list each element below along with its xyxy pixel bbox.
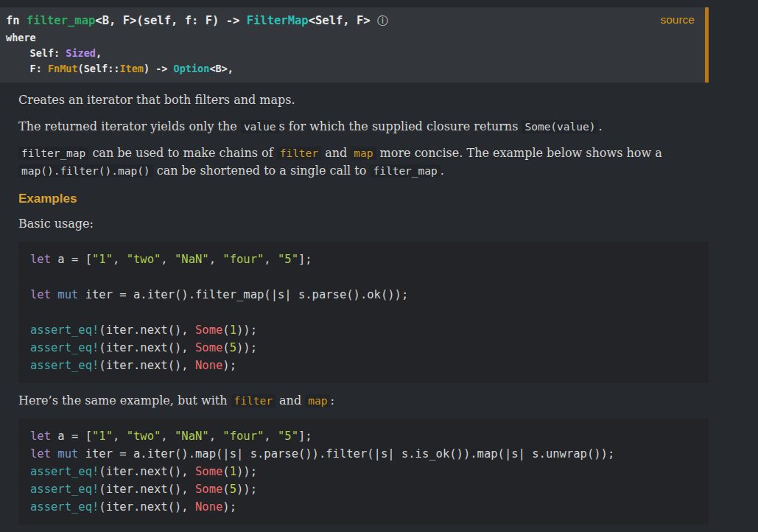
text-token: iter = a.iter().map(|s| s.parse()).filte… (78, 447, 614, 461)
text-token: Some (195, 465, 222, 478)
text-token: let (30, 447, 51, 461)
doc-paragraph-usage: filter_map can be used to make chains of… (18, 144, 709, 180)
text-token: s for which the supplied closure returns (279, 119, 522, 133)
text-token: "5" (278, 430, 298, 443)
text-token: 5 (230, 483, 236, 496)
text-token: ( (222, 465, 229, 478)
text-token: "NaN" (175, 430, 209, 443)
text-token: let (30, 288, 51, 301)
text-token: )); (236, 465, 257, 478)
type-link[interactable]: Item (119, 63, 144, 74)
examples-heading[interactable]: Examples (18, 192, 709, 206)
text-token: ( (222, 341, 229, 354)
text-token: , (161, 430, 175, 443)
text-token: filter_map (27, 14, 95, 27)
text-token: . (598, 119, 602, 133)
basic-usage-label: Basic usage: (18, 215, 709, 233)
notable-traits-icon[interactable]: ⓘ (377, 14, 388, 27)
text-token: filter_map (18, 147, 88, 160)
inline-code-link[interactable]: filter (231, 394, 276, 407)
text-token: The returned iterator yields only the (18, 119, 241, 133)
text-token: "two" (127, 253, 161, 266)
text-token: Basic usage: (18, 217, 94, 231)
text-token: Some (195, 323, 222, 337)
text-token: a = [ (51, 430, 92, 443)
type-link[interactable]: FilterMap (247, 14, 309, 27)
type-link[interactable]: FnMut (48, 63, 78, 74)
text-token: ) -> (144, 63, 174, 74)
text-token: Some (195, 341, 222, 354)
text-token: let (30, 430, 51, 443)
type-link[interactable]: Sized (66, 47, 96, 59)
text-token: let (30, 253, 51, 266)
text-token: can be shortened to a single call to (153, 164, 371, 178)
text-token: and (321, 146, 351, 160)
signature-where-bound-self: Self: Sized, (6, 46, 699, 61)
text-token: (iter.next(), (99, 323, 195, 337)
text-token: "1" (92, 253, 113, 266)
code-line: assert_eq!(iter.next(), None); (30, 498, 697, 516)
text-token: fn (6, 14, 27, 27)
text-token: , (161, 253, 175, 266)
text-token: None (195, 500, 222, 514)
text-token: Some (195, 483, 222, 496)
code-line: assert_eq!(iter.next(), Some(5)); (30, 480, 697, 498)
text-token: mut (57, 447, 78, 461)
doc-block: Creates an iterator that both filters an… (18, 91, 709, 525)
text-token: Some(value) (522, 120, 598, 133)
inline-code-link[interactable]: map (351, 147, 376, 160)
text-token: "NaN" (175, 253, 209, 266)
text-token: Self: (6, 47, 66, 59)
text-token: None (195, 359, 222, 372)
code-line (30, 268, 697, 286)
text-token: "1" (92, 430, 113, 443)
text-token: <Self, F> (309, 14, 377, 27)
code-example-map-filter-map: let a = ["1", "two", "NaN", "four", "5"]… (18, 419, 709, 525)
text-token: <B>, (209, 63, 234, 74)
text-token: )); (236, 483, 257, 496)
text-token (51, 447, 57, 461)
source-link[interactable]: source (660, 13, 695, 27)
text-token: "four" (222, 430, 264, 443)
text-token: (iter.next(), (99, 500, 195, 514)
text-token: ); (222, 359, 236, 372)
doc-paragraph-returns: The returned iterator yields only the va… (18, 118, 709, 136)
text-token: Here’s the same example, but with (18, 393, 231, 407)
code-line: let a = ["1", "two", "NaN", "four", "5"]… (30, 427, 697, 445)
text-token: , (264, 430, 278, 443)
signature-line: fn filter_map<B, F>(self, f: F) -> Filte… (6, 12, 699, 30)
text-token: (iter.next(), (99, 483, 195, 496)
text-token: )); (236, 341, 257, 354)
text-token: value (241, 120, 279, 133)
function-signature-block: source fn filter_map<B, F>(self, f: F) -… (0, 7, 709, 83)
code-line: assert_eq!(iter.next(), Some(5)); (30, 339, 697, 357)
text-token: )); (236, 323, 257, 337)
code-line: assert_eq!(iter.next(), Some(1)); (30, 463, 697, 480)
text-token: , (113, 253, 127, 266)
text-token: (iter.next(), (99, 465, 195, 478)
text-token: (iter.next(), (99, 341, 195, 354)
text-token: 1 (230, 323, 236, 337)
doc-paragraph-summary: Creates an iterator that both filters an… (18, 91, 709, 109)
text-token: , (264, 253, 278, 266)
signature-where-bound-f: F: FnMut(Self::Item) -> Option<B>, (6, 61, 699, 77)
text-token: Creates an iterator that both filters an… (18, 93, 295, 107)
text-token: "5" (278, 253, 298, 266)
text-token: ]; (298, 430, 312, 443)
inline-code-link[interactable]: map (305, 394, 330, 407)
text-token: . (441, 164, 444, 178)
text-token: more concise. The example below shows ho… (376, 146, 662, 160)
text-token: where (6, 32, 36, 43)
text-token: ( (222, 483, 229, 496)
text-token: 5 (230, 341, 236, 354)
text-token: assert_eq! (30, 359, 99, 372)
text-token: (Self:: (78, 63, 120, 74)
type-link[interactable]: Option (174, 63, 210, 74)
inline-code-link[interactable]: filter (277, 147, 321, 160)
text-token: a = [ (51, 253, 92, 266)
text-token: can be used to make chains of (88, 146, 276, 160)
code-line: let mut iter = a.iter().map(|s| s.parse(… (30, 445, 697, 463)
text-token: assert_eq! (30, 341, 99, 354)
text-token: filter_map (370, 164, 440, 178)
text-token: : (330, 393, 334, 407)
